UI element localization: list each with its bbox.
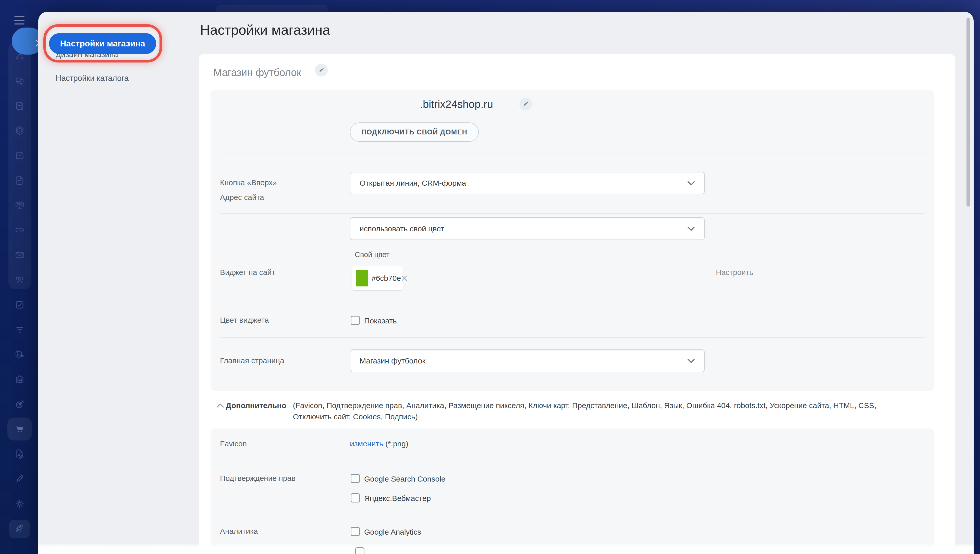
homepage-label: Главная страница — [220, 356, 284, 365]
app-sidebar — [0, 0, 38, 554]
warehouse-icon[interactable] — [14, 374, 25, 384]
settings-card: Магазин футболок Адрес сайта .bitrix24sh… — [199, 54, 955, 554]
chevron-down-icon — [687, 181, 695, 185]
additional-label[interactable]: Дополнительно — [226, 400, 286, 411]
widget-select[interactable]: Открытая линия, CRM-форма — [350, 172, 704, 194]
shop-name: Магазин футболок — [214, 67, 301, 78]
custom-color-label: Свой цвет — [355, 250, 390, 259]
pencil-icon — [523, 101, 529, 107]
tab-catalog-settings[interactable]: Настройки каталога — [56, 74, 129, 83]
calendar-icon[interactable] — [14, 151, 25, 161]
widget-select-value: Открытая линия, CRM-форма — [360, 179, 466, 188]
drive-icon[interactable] — [14, 225, 25, 235]
color-swatch — [356, 270, 368, 287]
show-up-button-checkbox[interactable] — [351, 316, 360, 325]
news-icon[interactable] — [14, 101, 25, 111]
menu-icon[interactable] — [14, 16, 24, 24]
rights-label: Подтверждение прав — [220, 474, 296, 482]
chevron-up-icon[interactable] — [217, 400, 226, 408]
custom-color-input[interactable]: #6cb70e — [352, 266, 403, 291]
settings-slider-panel: Настройки магазина Дизайн магазина Настр… — [38, 12, 974, 554]
tab-shop-settings-label: Настройки магазина — [60, 39, 145, 48]
yandex-webmaster-label: Яндекс.Вебмастер — [364, 494, 431, 503]
people-icon[interactable] — [14, 275, 25, 285]
divider — [220, 337, 924, 338]
page-title: Настройки магазина — [200, 22, 330, 38]
tasks-icon[interactable] — [14, 300, 25, 310]
gear-icon[interactable] — [14, 499, 25, 509]
google-analytics-label: Google Analytics — [364, 528, 421, 536]
connect-domain-button[interactable]: ПОДКЛЮЧИТЬ СВОЙ ДОМЕН — [350, 123, 479, 142]
divider — [220, 513, 924, 513]
main-settings-group: Адрес сайта .bitrix24shop.ru ПОДКЛЮЧИТЬ … — [210, 90, 934, 391]
additional-items-list: (Favicon, Подтверждение прав, Аналитика,… — [293, 400, 895, 422]
planner-icon[interactable] — [14, 349, 25, 360]
clear-color-icon[interactable] — [401, 275, 408, 282]
rocket-icon[interactable] — [14, 524, 25, 533]
yandex-webmaster-checkbox[interactable] — [351, 493, 360, 503]
color-hex-value: #6cb70e — [371, 274, 401, 283]
divider — [220, 213, 924, 214]
configure-widget-link[interactable]: Настроить — [716, 268, 754, 277]
google-search-console-checkbox[interactable] — [351, 474, 360, 483]
mail-icon[interactable] — [14, 250, 25, 260]
homepage-select-value: Магазин футболок — [360, 357, 425, 365]
show-up-button-checkbox-label: Показать — [364, 317, 397, 325]
analytics-label: Аналитика — [220, 527, 258, 536]
divider — [220, 306, 924, 306]
additional-section-header: Дополнительно (Favicon, Подтверждение пр… — [217, 400, 921, 422]
divider — [220, 154, 924, 154]
google-analytics-checkbox[interactable] — [351, 527, 360, 536]
chevron-down-icon — [687, 226, 695, 231]
edit-shop-name-button[interactable] — [315, 64, 328, 76]
hexagon-icon[interactable] — [14, 126, 25, 136]
file-icon[interactable] — [14, 175, 25, 185]
widget-color-label: Цвет виджета — [220, 316, 269, 325]
favicon-format-hint: (*.png) — [386, 439, 408, 448]
partial-next-checkbox[interactable] — [355, 548, 365, 554]
address-label: Адрес сайта — [220, 193, 264, 202]
cart-icon[interactable] — [14, 424, 25, 434]
widget-label: Виджет на сайт — [220, 268, 275, 277]
favicon-label: Favicon — [220, 439, 247, 448]
target-icon[interactable] — [14, 399, 25, 409]
tab-shop-design[interactable]: Дизайн магазина — [56, 50, 118, 59]
chat-icon[interactable] — [14, 76, 25, 86]
divider — [220, 465, 924, 465]
change-favicon-link[interactable]: изменить — [350, 439, 383, 448]
widget-color-select[interactable]: использовать свой цвет — [350, 217, 704, 240]
presentation-icon[interactable] — [14, 200, 25, 210]
funnel-icon[interactable] — [14, 325, 25, 334]
docs-sign-icon[interactable] — [14, 449, 25, 459]
widget-color-select-value: использовать свой цвет — [360, 224, 444, 233]
pencil-icon[interactable] — [14, 474, 25, 484]
google-search-console-label: Google Search Console — [364, 475, 446, 483]
edit-domain-button[interactable] — [519, 98, 532, 110]
chevron-down-icon — [687, 359, 695, 363]
up-button-label: Кнопка «Вверх» — [220, 178, 277, 187]
homepage-select[interactable]: Магазин футболок — [350, 349, 704, 372]
bottom-fade — [38, 548, 974, 554]
pencil-icon — [318, 67, 324, 73]
additional-settings-group: Favicon изменить (*.png) Подтверждение п… — [210, 428, 934, 554]
site-domain: .bitrix24shop.ru — [420, 98, 493, 110]
scrollbar-thumb[interactable] — [966, 18, 970, 207]
favicon-row-value: изменить (*.png) — [350, 439, 408, 448]
